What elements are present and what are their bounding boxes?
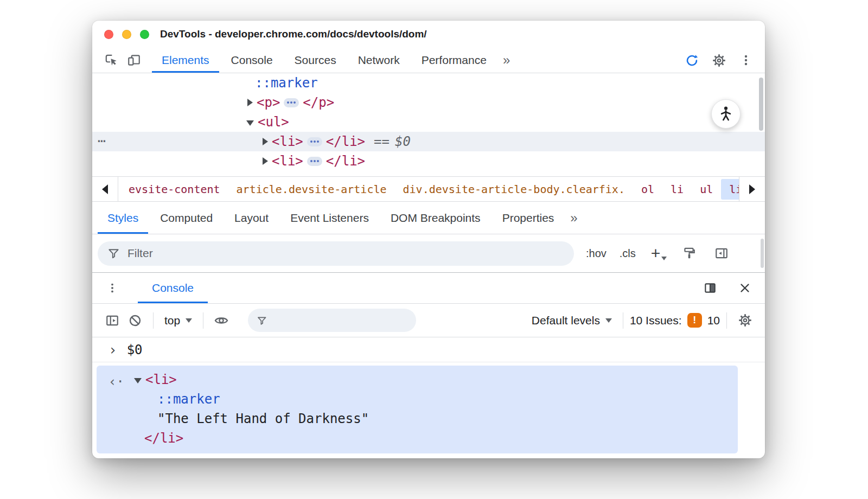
console-settings-gear-icon[interactable] bbox=[733, 313, 756, 328]
device-toolbar-icon[interactable] bbox=[123, 48, 145, 73]
disclosure-closed-icon[interactable] bbox=[247, 99, 253, 106]
inline-expand-button[interactable] bbox=[307, 137, 322, 146]
drawer-kebab-menu-icon[interactable] bbox=[101, 273, 124, 303]
filter-funnel-icon bbox=[257, 315, 267, 327]
pseudo-element-label: ::marker bbox=[255, 75, 318, 91]
disclosure-open-icon[interactable] bbox=[246, 120, 254, 126]
filter-funnel-icon bbox=[107, 247, 120, 260]
close-window-button[interactable] bbox=[104, 30, 113, 39]
result-row[interactable]: ::marker bbox=[97, 389, 738, 409]
vertical-scrollbar[interactable] bbox=[759, 78, 763, 131]
breadcrumb-list: evsite-content article.devsite-article d… bbox=[118, 177, 739, 201]
pseudo-element-label: ::marker bbox=[157, 392, 220, 407]
inspect-element-icon[interactable] bbox=[100, 48, 123, 73]
gutter-more-icon[interactable]: ⋯ bbox=[98, 133, 106, 149]
toolbar-right bbox=[680, 48, 757, 73]
clear-console-icon[interactable] bbox=[124, 314, 146, 328]
console-sidebar-toggle-icon[interactable] bbox=[101, 314, 124, 328]
console-toolbar: top Default levels 10 Issues: ! bbox=[92, 304, 765, 337]
breadcrumb-item[interactable]: evsite-content bbox=[120, 179, 228, 200]
console-filter-input[interactable] bbox=[248, 309, 416, 332]
toggle-element-state-button[interactable]: :hov bbox=[586, 247, 607, 260]
new-style-rule-button[interactable]: + bbox=[651, 245, 666, 261]
more-tabs-chevron-icon[interactable]: » bbox=[497, 48, 515, 73]
tab-sources[interactable]: Sources bbox=[284, 48, 347, 73]
result-row[interactable]: </li> bbox=[97, 428, 738, 448]
chevron-down-icon bbox=[186, 318, 192, 323]
tree-row-selected[interactable]: ⋯ <li></li>==$0 bbox=[92, 132, 765, 151]
disclosure-closed-icon[interactable] bbox=[263, 157, 268, 165]
dollar-zero-label: $0 bbox=[395, 134, 411, 149]
result-row[interactable]: "The Left Hand of Darkness" bbox=[97, 409, 738, 428]
tab-elements[interactable]: Elements bbox=[151, 48, 220, 73]
console-result-block[interactable]: ‹· <li> ::marker "The Left Hand of Darkn… bbox=[97, 366, 738, 453]
tab-network[interactable]: Network bbox=[347, 48, 411, 73]
kebab-menu-icon[interactable] bbox=[735, 53, 757, 67]
breadcrumb-item-selected[interactable]: li bbox=[721, 179, 739, 200]
console-command-row[interactable]: › $0 bbox=[92, 337, 765, 362]
accessibility-person-icon[interactable] bbox=[711, 99, 741, 129]
tree-row[interactable]: <p></p> bbox=[92, 93, 765, 112]
breadcrumb-scroll-right-icon[interactable] bbox=[739, 177, 765, 201]
context-selector-label: top bbox=[164, 314, 180, 327]
styles-filter-bar: :hov .cls + bbox=[92, 234, 765, 272]
tree-row[interactable]: <ul> bbox=[92, 112, 765, 132]
zoom-window-button[interactable] bbox=[140, 30, 149, 39]
open-tag: <p> bbox=[257, 95, 280, 110]
inline-expand-button[interactable] bbox=[307, 157, 322, 166]
result-return-icon: ‹· bbox=[108, 374, 124, 389]
breadcrumb: evsite-content article.devsite-article d… bbox=[92, 176, 765, 202]
breadcrumb-item[interactable]: li bbox=[662, 179, 692, 200]
tab-console[interactable]: Console bbox=[220, 48, 284, 73]
open-tag: <li> bbox=[272, 134, 303, 149]
drawer-tab-console[interactable]: Console bbox=[138, 273, 208, 303]
inline-expand-button[interactable] bbox=[284, 98, 299, 107]
close-tag: </li> bbox=[144, 431, 183, 446]
more-tabs-chevron-icon[interactable]: » bbox=[565, 202, 583, 234]
styles-scrollbar[interactable] bbox=[761, 239, 764, 268]
console-messages[interactable]: › $0 ‹· <li> ::marker "The Left Hand of … bbox=[92, 337, 765, 458]
tab-event-listeners[interactable]: Event Listeners bbox=[279, 202, 380, 234]
breadcrumb-item[interactable]: ol bbox=[633, 179, 662, 200]
styles-filter-input[interactable] bbox=[98, 241, 574, 266]
dock-sidebar-icon[interactable] bbox=[710, 246, 733, 260]
elements-tree: ::marker <p></p> <ul> ⋯ <li></li>==$0 <l… bbox=[92, 73, 765, 176]
styles-filter-field[interactable] bbox=[127, 247, 564, 260]
live-expression-eye-icon[interactable] bbox=[210, 313, 233, 328]
log-levels-selector[interactable]: Default levels bbox=[527, 314, 616, 327]
breadcrumb-item[interactable]: article.devsite-article bbox=[228, 179, 395, 200]
breadcrumb-scroll-left-icon[interactable] bbox=[92, 177, 118, 201]
disclosure-open-icon[interactable] bbox=[134, 378, 142, 383]
close-tag: </p> bbox=[303, 95, 334, 110]
disclosure-closed-icon[interactable] bbox=[263, 138, 268, 145]
styles-sidebar-tabs: Styles Computed Layout Event Listeners D… bbox=[92, 202, 765, 234]
tree-row[interactable]: ::marker bbox=[92, 73, 765, 93]
sync-icon[interactable] bbox=[680, 53, 703, 68]
issues-counter[interactable]: 10 Issues: ! 10 bbox=[630, 313, 720, 328]
issues-label: 10 Issues: bbox=[630, 314, 682, 327]
settings-gear-icon[interactable] bbox=[707, 53, 730, 68]
plus-label: + bbox=[651, 244, 661, 262]
split-panel-icon[interactable] bbox=[699, 281, 722, 295]
element-classes-button[interactable]: .cls bbox=[620, 247, 636, 260]
context-selector[interactable]: top bbox=[160, 314, 196, 327]
tab-computed[interactable]: Computed bbox=[149, 202, 224, 234]
tab-styles[interactable]: Styles bbox=[97, 202, 149, 234]
devtools-window: DevTools - developer.chrome.com/docs/dev… bbox=[92, 21, 765, 458]
tree-row[interactable]: <li></li> bbox=[92, 151, 765, 171]
breadcrumb-item[interactable]: div.devsite-article-body.clearfix. bbox=[395, 179, 633, 200]
window-controls bbox=[104, 30, 149, 39]
tab-properties[interactable]: Properties bbox=[492, 202, 565, 234]
text-node: "The Left Hand of Darkness" bbox=[157, 411, 369, 426]
console-filter-field[interactable] bbox=[274, 314, 408, 327]
tab-performance[interactable]: Performance bbox=[411, 48, 497, 73]
tab-dom-breakpoints[interactable]: DOM Breakpoints bbox=[380, 202, 492, 234]
paint-format-icon[interactable] bbox=[678, 246, 700, 260]
issues-count: 10 bbox=[707, 314, 720, 327]
close-drawer-icon[interactable] bbox=[733, 282, 756, 295]
tab-layout[interactable]: Layout bbox=[224, 202, 279, 234]
minimize-window-button[interactable] bbox=[122, 30, 131, 39]
open-tag: <li> bbox=[145, 372, 177, 387]
breadcrumb-item[interactable]: ul bbox=[692, 179, 721, 200]
result-row[interactable]: <li> bbox=[97, 370, 738, 389]
